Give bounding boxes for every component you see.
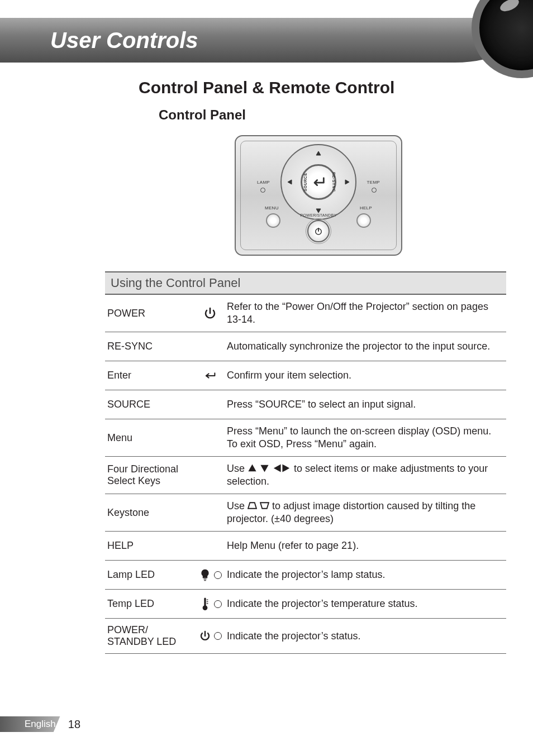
row-desc: Help Menu (refer to page 21). <box>227 539 504 552</box>
row-desc: Indicate the projector’s status. <box>227 630 504 643</box>
table-row: Keystone Use to adjust image distortion … <box>105 494 506 532</box>
device-help-label: HELP <box>360 205 372 210</box>
device-source-label: SOURCE <box>303 173 307 192</box>
row-desc: Press “Menu” to launch the on-screen dis… <box>227 425 504 451</box>
svg-marker-6 <box>248 465 256 472</box>
device-power-label: POWER/STANDBY <box>301 213 337 217</box>
arrow-up-icon <box>248 463 257 474</box>
footer-page-number: 18 <box>68 718 80 731</box>
device-enter-button-icon <box>301 164 336 200</box>
row-desc: Press “SOURCE” to select an input signal… <box>227 398 504 411</box>
section-title: Control Panel <box>159 107 506 123</box>
row-label: Four Directional Select Keys <box>107 463 193 487</box>
row-desc: Indicate the projector’s temperature sta… <box>227 597 504 610</box>
page-title: Control Panel & Remote Control <box>139 78 506 97</box>
device-help-button-icon <box>356 213 371 228</box>
table-heading-text: Using the Control Panel <box>111 276 240 290</box>
table-row: HELP Help Menu (refer to page 21). <box>105 532 506 561</box>
arrow-down-icon <box>260 463 269 474</box>
table-row: RE-SYNC Automatically synchronize the pr… <box>105 332 506 361</box>
product-illustration: LAMP TEMP SOURCE RE-SYNC MENU <box>235 135 506 256</box>
row-desc: Refer to the “Power On/Off the Projector… <box>227 300 504 326</box>
control-panel-table: Using the Control Panel POWER Refer to t… <box>105 271 506 654</box>
row-desc: Use to adjust image distortion caused by… <box>227 500 504 525</box>
table-row: Menu Press “Menu” to launch the on-scree… <box>105 419 506 457</box>
arrow-up-icon <box>316 149 321 154</box>
svg-marker-9 <box>282 465 289 472</box>
device-power-button-icon <box>307 220 330 242</box>
lamp-led-icon <box>198 568 222 582</box>
device-lamp-label: LAMP <box>257 180 270 185</box>
svg-point-4 <box>316 229 322 235</box>
row-label: HELP <box>107 540 193 552</box>
table-row: POWER Refer to the “Power On/Off the Pro… <box>105 295 506 332</box>
row-label: Lamp LED <box>107 569 193 581</box>
row-label: Menu <box>107 432 193 444</box>
table-row: SOURCE Press “SOURCE” to select an input… <box>105 390 506 419</box>
lens-decor <box>472 0 533 78</box>
row-label: POWER <box>107 308 193 319</box>
power-icon <box>203 307 217 320</box>
keystone-narrow-bottom-icon <box>260 500 269 511</box>
svg-marker-11 <box>260 503 269 509</box>
svg-marker-8 <box>274 465 281 472</box>
row-label: Temp LED <box>107 598 193 610</box>
arrow-down-icon <box>316 210 321 216</box>
page-footer: English 18 <box>0 715 112 734</box>
enter-icon <box>203 369 217 382</box>
svg-marker-3 <box>345 180 349 184</box>
row-label: RE-SYNC <box>107 341 193 352</box>
row-desc: Confirm your item selection. <box>227 369 504 382</box>
device-nav-wheel: SOURCE RE-SYNC <box>280 144 356 220</box>
row-label: Keystone <box>107 507 193 519</box>
row-desc: Automatically synchronize the projector … <box>227 340 504 353</box>
svg-marker-2 <box>288 180 292 184</box>
section-banner: User Controls <box>0 18 533 63</box>
row-label: POWER/ STANDBY LED <box>107 624 193 648</box>
arrow-left-icon <box>272 463 282 474</box>
device-temp-label: TEMP <box>367 180 380 185</box>
table-row: Temp LED Indicate the projector’s temper… <box>105 590 506 619</box>
svg-point-12 <box>203 605 208 610</box>
banner-title: User Controls <box>50 28 198 53</box>
device-temp-led-icon <box>372 188 377 193</box>
row-label: Enter <box>107 370 193 381</box>
table-row: Enter Confirm your item selection. <box>105 361 506 390</box>
power-led-icon <box>198 629 222 643</box>
svg-marker-7 <box>260 465 268 472</box>
arrow-left-icon <box>285 179 291 185</box>
svg-marker-1 <box>316 209 321 213</box>
table-row: POWER/ STANDBY LED Indicate the projecto… <box>105 619 506 654</box>
svg-marker-0 <box>316 151 321 155</box>
footer-lang: English <box>25 719 56 730</box>
row-desc: Indicate the projector’s lamp status. <box>227 568 504 581</box>
arrow-right-icon <box>346 179 352 185</box>
row-desc: Use to select items or make adjustments … <box>227 462 504 488</box>
temp-led-icon <box>198 597 222 611</box>
device-menu-label: MENU <box>265 205 279 210</box>
table-row: Lamp LED Indicate the projector’s lamp s… <box>105 561 506 590</box>
device-resync-label: RE-SYNC <box>332 172 336 192</box>
arrow-right-icon <box>282 463 291 474</box>
table-heading: Using the Control Panel <box>105 272 506 295</box>
device-menu-button-icon <box>266 213 280 228</box>
table-row: Four Directional Select Keys Use to sele… <box>105 457 506 494</box>
row-label: SOURCE <box>107 399 193 410</box>
device-lamp-led-icon <box>260 188 265 193</box>
svg-marker-10 <box>248 503 256 509</box>
keystone-narrow-top-icon <box>248 500 257 511</box>
